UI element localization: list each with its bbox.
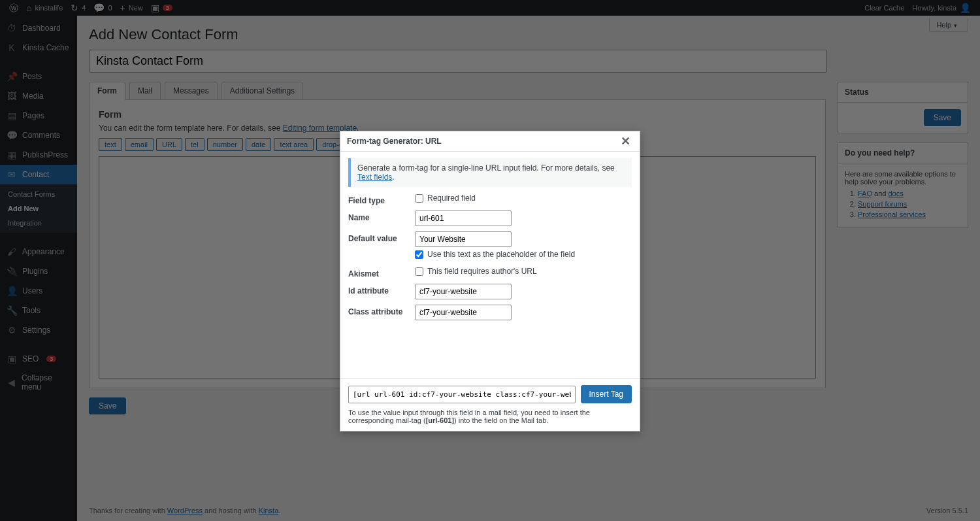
name-input[interactable]: [415, 210, 512, 226]
field-type-label: Field type: [348, 193, 415, 205]
akismet-checkbox[interactable]: [415, 267, 423, 276]
placeholder-row[interactable]: Use this text as the placeholder of the …: [415, 250, 632, 259]
akismet-row[interactable]: This field requires author's URL: [415, 267, 632, 276]
text-fields-link[interactable]: Text fields: [357, 173, 392, 182]
tag-output[interactable]: [348, 386, 576, 403]
modal-note: To use the value input through this fiel…: [348, 409, 632, 424]
placeholder-label: Use this text as the placeholder of the …: [427, 250, 575, 259]
class-attr-label: Class attribute: [348, 305, 415, 316]
default-value-input[interactable]: [415, 231, 512, 247]
modal-title: Form-tag Generator: URL: [347, 137, 442, 146]
id-attr-label: Id attribute: [348, 284, 415, 295]
required-checkbox[interactable]: [415, 194, 423, 203]
akismet-check-label: This field requires author's URL: [427, 267, 537, 276]
required-field-row[interactable]: Required field: [415, 193, 632, 203]
akismet-label: Akismet: [348, 267, 415, 278]
id-attr-input[interactable]: [415, 284, 512, 299]
default-value-label: Default value: [348, 231, 415, 243]
required-label: Required field: [427, 193, 476, 203]
modal-info: Generate a form-tag for a single-line UR…: [348, 158, 632, 187]
name-label: Name: [348, 210, 415, 222]
class-attr-input[interactable]: [415, 305, 512, 320]
modal-close-button[interactable]: ✕: [618, 135, 633, 147]
placeholder-checkbox[interactable]: [415, 250, 423, 259]
form-tag-generator-modal: Form-tag Generator: URL ✕ Generate a for…: [340, 131, 640, 431]
insert-tag-button[interactable]: Insert Tag: [581, 385, 632, 403]
